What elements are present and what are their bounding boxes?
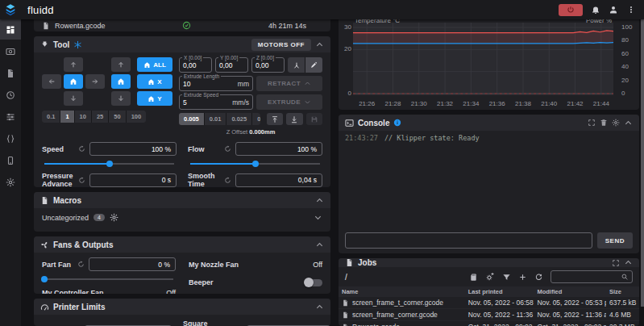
x-position-field[interactable]: X [0.00]0,00 — [179, 57, 212, 73]
position-mode-button[interactable] — [288, 57, 305, 73]
table-row[interactable]: screen_frame_t_corner.gcode Nov. 05, 202… — [339, 297, 639, 309]
collapse-chevron-icon[interactable] — [315, 196, 324, 205]
console-panel: Console 21:43:27// Klipper state: Ready … — [339, 115, 639, 253]
trash-icon[interactable] — [600, 119, 608, 127]
step-0.1[interactable]: 0.1 — [42, 111, 60, 123]
retract-button[interactable]: RETRACT — [256, 76, 322, 91]
reset-icon[interactable] — [77, 261, 85, 268]
part-fan-slider[interactable] — [44, 278, 173, 280]
macro-category-row[interactable]: Uncategorized 4 — [34, 208, 330, 227]
jog-x-minus-button[interactable] — [42, 74, 61, 89]
home-x-button[interactable]: X — [137, 74, 172, 89]
refresh-icon[interactable] — [534, 273, 543, 282]
y-position-field[interactable]: Y [0.00]0,00 — [215, 57, 248, 73]
sidebar-item-jobs[interactable] — [0, 63, 21, 83]
collapse-chevron-icon[interactable] — [624, 119, 633, 127]
kebab-menu-icon[interactable] — [626, 5, 636, 15]
z-offset-down-button[interactable] — [286, 113, 302, 125]
beeper-toggle[interactable] — [305, 279, 322, 286]
reset-icon[interactable] — [78, 145, 85, 153]
column-name[interactable]: Name — [339, 286, 465, 297]
column-modified[interactable]: Modified — [534, 286, 606, 297]
send-button[interactable]: SEND — [597, 232, 633, 249]
page-scrollbar[interactable] — [641, 19, 644, 307]
chevron-down-icon[interactable] — [314, 213, 322, 222]
home-all-button[interactable]: ALL — [137, 57, 172, 72]
expand-icon[interactable] — [588, 119, 596, 127]
table-row[interactable]: screen_frame_corner.gcode Nov. 05, 2022 … — [339, 309, 639, 321]
edit-position-button[interactable] — [305, 57, 322, 73]
part-fan-value-field[interactable]: 0 % — [89, 257, 176, 271]
jog-x-plus-button[interactable] — [85, 74, 105, 89]
collapse-chevron-icon[interactable] — [315, 40, 324, 49]
pressure-advance-value-field[interactable]: 0 s — [89, 173, 177, 187]
zstep-0.005[interactable]: 0.005 — [179, 113, 204, 125]
info-icon[interactable] — [393, 119, 401, 127]
jobs-search-input[interactable] — [555, 274, 621, 281]
collapse-chevron-icon[interactable] — [315, 240, 324, 249]
jog-z-plus-button[interactable] — [111, 57, 131, 72]
user-icon[interactable] — [609, 5, 618, 15]
home-xy-button[interactable] — [64, 74, 83, 89]
motors-off-button[interactable]: MOTORS OFF — [251, 39, 311, 51]
emergency-stop-button[interactable] — [559, 4, 583, 16]
chevron-down-icon — [304, 98, 311, 106]
current-file-row[interactable]: Rowenta.gcode 4h 21m 14s — [34, 19, 330, 31]
sidebar-item-system[interactable] — [0, 150, 21, 170]
sidebar-item-dashboard[interactable] — [0, 19, 21, 40]
flow-slider[interactable] — [190, 163, 320, 165]
column-size[interactable]: Size — [606, 286, 639, 297]
extrude-button[interactable]: EXTRUDE — [256, 94, 322, 110]
collapse-chevron-icon[interactable] — [315, 303, 324, 311]
column-last-printed[interactable]: Last printed — [465, 286, 534, 297]
step-10[interactable]: 10 — [75, 111, 91, 123]
jog-y-plus-button[interactable] — [64, 57, 83, 72]
save-z-offset-button[interactable] — [306, 113, 322, 125]
jog-z-minus-button[interactable] — [111, 91, 131, 106]
jobs-path[interactable]: / — [345, 273, 462, 282]
fluidd-logo[interactable] — [0, 3, 21, 16]
home-z-button[interactable] — [111, 74, 131, 89]
speed-value-field[interactable]: 100 % — [89, 142, 177, 156]
sidebar-item-tune[interactable] — [0, 107, 21, 127]
file-settings-icon[interactable] — [485, 272, 495, 282]
zstep-0.01[interactable]: 0.01 — [205, 113, 226, 125]
home-y-button[interactable]: Y — [137, 91, 172, 106]
table-row[interactable]: Rowenta.gcode Oct. 31, 2022 - 09:02 pm O… — [339, 321, 639, 326]
sidebar-item-settings[interactable] — [0, 172, 21, 192]
jobs-search-box[interactable] — [551, 270, 633, 283]
storage-icon[interactable] — [469, 273, 478, 282]
console-log[interactable]: 21:43:27// Klipper state: Ready — [339, 131, 639, 228]
extrude-speed-field[interactable]: Extrude Speed5mm/s — [179, 94, 253, 110]
expand-icon[interactable] — [612, 259, 620, 267]
fan-icon — [40, 240, 49, 249]
z-offset-up-button[interactable] — [267, 113, 283, 125]
extrude-length-field[interactable]: Extrude Length10mm — [179, 76, 253, 91]
flow-value-field[interactable]: 100 % — [235, 142, 322, 156]
filter-icon[interactable] — [502, 273, 511, 282]
step-25[interactable]: 25 — [92, 111, 108, 123]
reset-icon[interactable] — [224, 145, 231, 153]
collapse-chevron-icon[interactable] — [624, 258, 633, 267]
temperature-chart-plot[interactable] — [353, 23, 613, 95]
step-100[interactable]: 100 — [127, 111, 147, 123]
sidebar-item-history[interactable] — [0, 85, 21, 105]
step-1[interactable]: 1 — [60, 111, 73, 123]
jog-y-minus-button[interactable] — [64, 91, 83, 106]
sidebar-item-camera[interactable] — [0, 41, 21, 61]
add-icon[interactable] — [518, 273, 527, 282]
sidebar-item-configure[interactable] — [0, 128, 21, 148]
zstep-0.025[interactable]: 0.025 — [226, 113, 251, 125]
notifications-bell-icon[interactable] — [591, 5, 600, 15]
zstep-0.05[interactable]: 0.05 — [252, 113, 260, 125]
gear-icon[interactable] — [110, 213, 118, 222]
reset-icon[interactable] — [224, 177, 231, 184]
console-input[interactable] — [345, 232, 592, 249]
speed-slider[interactable] — [44, 163, 174, 165]
reset-icon[interactable] — [78, 177, 85, 184]
z-position-field[interactable]: Z [0.00]0,00 — [251, 57, 285, 73]
smooth-time-value-field[interactable]: 0,04 s — [235, 173, 322, 187]
gear-icon[interactable] — [612, 119, 620, 127]
history-clock-icon — [6, 90, 15, 100]
step-50[interactable]: 50 — [109, 111, 125, 123]
